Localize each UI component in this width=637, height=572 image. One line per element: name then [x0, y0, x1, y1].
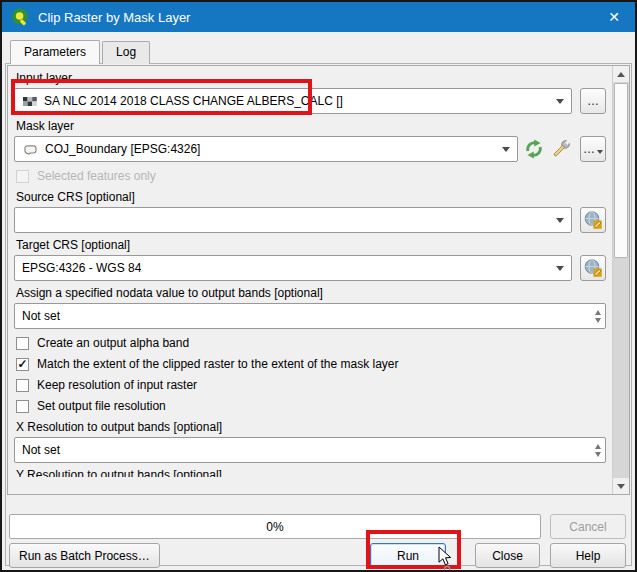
- tab-parameters[interactable]: Parameters: [10, 40, 100, 64]
- input-layer-combo[interactable]: SA NLC 2014 2018 CLASS CHANGE ALBERS_CAL…: [14, 88, 572, 114]
- close-icon[interactable]: ✕: [593, 2, 635, 32]
- iterate-over-layer-icon[interactable]: [523, 137, 545, 161]
- window-title: Clip Raster by Mask Layer: [38, 10, 190, 25]
- scroll-up-icon[interactable]: [613, 66, 629, 82]
- spinner-arrows-icon[interactable]: [595, 438, 601, 462]
- checkbox-box: [16, 400, 29, 413]
- chevron-down-icon: [556, 218, 564, 223]
- raster-layer-icon: [22, 94, 38, 109]
- set-resolution-label: Set output file resolution: [37, 399, 166, 413]
- x-resolution-spinbox[interactable]: Not set: [14, 437, 606, 463]
- checkbox-box: [16, 379, 29, 392]
- keep-resolution-checkbox[interactable]: Keep resolution of input raster: [16, 378, 604, 392]
- checkbox-box: [16, 170, 29, 183]
- nodata-value: Not set: [22, 309, 60, 323]
- progress-bar: 0%: [9, 514, 541, 539]
- input-layer-browse-button[interactable]: …: [580, 88, 606, 114]
- mask-layer-combo[interactable]: COJ_Boundary [EPSG:4326]: [14, 136, 518, 162]
- mask-layer-browse-button[interactable]: …: [580, 136, 606, 162]
- parameters-pane: Input layer: [5, 63, 632, 566]
- clip-raster-dialog: Clip Raster by Mask Layer ✕ Parameters L…: [0, 0, 637, 572]
- source-crs-select-button[interactable]: [580, 207, 606, 233]
- alpha-band-label: Create an output alpha band: [37, 336, 189, 350]
- set-resolution-checkbox[interactable]: Set output file resolution: [16, 399, 604, 413]
- tab-log[interactable]: Log: [102, 41, 150, 64]
- target-crs-select-button[interactable]: [580, 255, 606, 281]
- globe-crs-icon: [583, 258, 603, 278]
- target-crs-combo[interactable]: EPSG:4326 - WGS 84: [14, 255, 572, 281]
- wrench-settings-icon[interactable]: [550, 137, 572, 161]
- spinner-arrows-icon[interactable]: [595, 304, 601, 328]
- x-resolution-label: X Resolution to output bands [optional]: [16, 420, 604, 435]
- y-resolution-label: Y Resolution to output bands [optional]: [16, 468, 604, 477]
- help-button[interactable]: Help: [550, 543, 626, 568]
- match-extent-checkbox[interactable]: ✓ Match the extent of the clipped raster…: [16, 357, 604, 371]
- polygon-layer-icon: [22, 142, 39, 157]
- progress-text: 0%: [266, 520, 283, 534]
- qgis-logo-icon: [10, 7, 30, 27]
- parameters-content: Input layer: [8, 66, 612, 494]
- nodata-label: Assign a specified nodata value to outpu…: [16, 286, 604, 301]
- globe-crs-icon: [583, 210, 603, 230]
- vertical-scrollbar[interactable]: [612, 66, 629, 494]
- checkbox-box: ✓: [16, 358, 29, 371]
- chevron-down-icon: [556, 99, 564, 104]
- mask-layer-label: Mask layer: [16, 119, 604, 134]
- title-bar: Clip Raster by Mask Layer ✕: [2, 2, 635, 32]
- scroll-down-icon[interactable]: [613, 478, 629, 494]
- alpha-band-checkbox[interactable]: Create an output alpha band: [16, 336, 604, 350]
- nodata-spinbox[interactable]: Not set: [14, 303, 606, 329]
- close-button[interactable]: Close: [475, 543, 540, 568]
- source-crs-label: Source CRS [optional]: [16, 190, 604, 205]
- selected-features-checkbox[interactable]: Selected features only: [16, 169, 604, 183]
- parameters-scroll-area: Input layer: [7, 65, 630, 495]
- cancel-button[interactable]: Cancel: [550, 514, 626, 539]
- run-button[interactable]: Run: [370, 543, 446, 568]
- tab-bar: Parameters Log: [10, 41, 152, 64]
- mask-layer-value: COJ_Boundary [EPSG:4326]: [45, 142, 200, 156]
- x-resolution-value: Not set: [22, 443, 60, 457]
- input-layer-label: Input layer: [16, 71, 604, 86]
- target-crs-label: Target CRS [optional]: [16, 238, 604, 253]
- checkbox-box: [16, 337, 29, 350]
- chevron-down-icon: [502, 147, 510, 152]
- chevron-down-icon: [597, 150, 603, 154]
- match-extent-label: Match the extent of the clipped raster t…: [37, 357, 399, 371]
- source-crs-combo[interactable]: [14, 207, 572, 233]
- input-layer-value: SA NLC 2014 2018 CLASS CHANGE ALBERS_CAL…: [44, 94, 343, 108]
- keep-resolution-label: Keep resolution of input raster: [37, 378, 197, 392]
- run-as-batch-button[interactable]: Run as Batch Process…: [9, 543, 160, 568]
- chevron-down-icon: [556, 266, 564, 271]
- selected-features-label: Selected features only: [37, 169, 156, 183]
- scrollbar-thumb[interactable]: [614, 83, 628, 258]
- target-crs-value: EPSG:4326 - WGS 84: [22, 261, 141, 275]
